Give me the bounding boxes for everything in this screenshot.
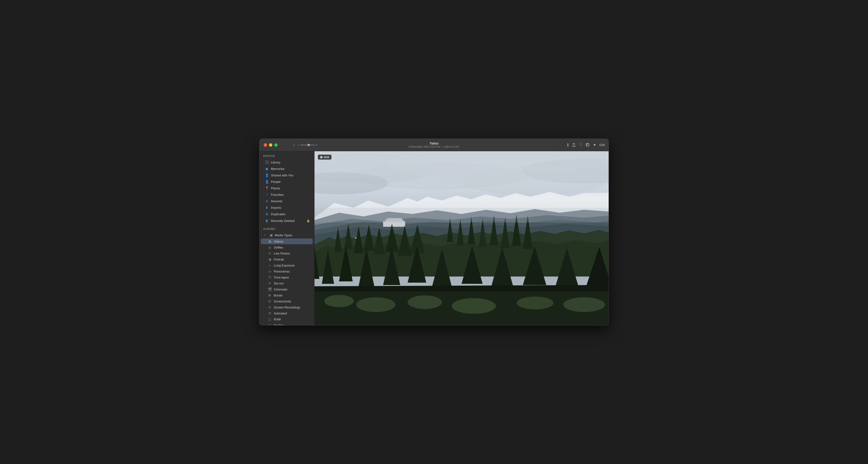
content-area: Photos ⬛ Library ◉ Memories 👤 Shared wit… [259, 151, 609, 325]
duplicate-icon[interactable] [586, 143, 590, 147]
sidebar-item-long-exposure[interactable]: ⌁ Long Exposure [261, 262, 313, 268]
sidebar-item-places[interactable]: 📍 Places [261, 185, 313, 191]
media-types-label: Media Types [275, 233, 292, 237]
recently-deleted-label: Recently Deleted [271, 219, 294, 223]
imports-icon: ⬇ [265, 206, 269, 209]
sidebar-item-bursts[interactable]: ⊕ Bursts [261, 292, 313, 298]
sidebar-item-panoramas[interactable]: ▭ Panoramas [261, 268, 313, 274]
sidebar-item-animated[interactable]: ⟲ Animated [261, 310, 313, 316]
media-types-row[interactable]: ▾ ▣ Media Types [261, 232, 313, 238]
svg-point-55 [563, 297, 605, 312]
favorites-icon: ♡ [265, 193, 269, 197]
titlebar-center: Tbilisi 4 December 2022 16:57:54 · 1,180… [409, 142, 460, 148]
sidebar-item-recents[interactable]: ⊙ Recents [261, 198, 313, 204]
sidebar-item-duplicates[interactable]: ⧉ Duplicates [261, 211, 313, 218]
bursts-label: Bursts [274, 294, 283, 297]
screen-recordings-icon: ⊙ [268, 305, 272, 309]
portrait-label: Portrait [274, 258, 284, 261]
sidebar-item-library[interactable]: ⬛ Library [261, 159, 313, 165]
back-button[interactable]: ‹ [292, 142, 296, 148]
svg-point-53 [452, 298, 496, 314]
svg-point-50 [324, 295, 354, 307]
sidebar-item-screen-recordings[interactable]: ⊙ Screen Recordings [261, 304, 313, 310]
hdr-tv-icon: ▣ [320, 155, 322, 159]
albums-section-label: Albums [259, 224, 314, 232]
sidebar-item-favorites[interactable]: ♡ Favorites [261, 192, 313, 198]
edit-button[interactable]: Edit [599, 143, 605, 147]
cinematic-label: Cinematic [274, 288, 288, 291]
svg-rect-57 [314, 208, 609, 223]
sidebar-item-videos[interactable]: ▣ Videos [261, 238, 313, 244]
sidebar-item-portrait[interactable]: ◑ Portrait [261, 256, 313, 262]
sidebar-item-recently-deleted[interactable]: 🗑 Recently Deleted 🔒 [261, 218, 313, 224]
videos-icon: ▣ [268, 239, 272, 243]
imports-label: Imports [271, 206, 281, 209]
minimize-button[interactable] [269, 143, 272, 147]
magic-wand-icon[interactable]: ✦ [593, 143, 596, 147]
landscape-photo [314, 151, 609, 325]
pro-res-icon: ◻ [268, 323, 272, 325]
live-photos-icon: ⊙ [268, 252, 272, 255]
slo-mo-label: Slo-mo [274, 282, 284, 285]
svg-point-51 [356, 297, 396, 312]
chevron-icon: ▾ [264, 234, 268, 237]
recents-icon: ⊙ [265, 199, 269, 203]
info-icon[interactable]: ℹ [567, 143, 568, 147]
animated-icon: ⟲ [268, 311, 272, 315]
places-icon: 📍 [265, 186, 269, 190]
favorite-icon[interactable]: ♡ [579, 143, 583, 147]
time-lapse-label: Time-lapse [274, 276, 289, 279]
sidebar-item-cinematic[interactable]: 🎬 Cinematic [261, 286, 313, 292]
titlebar-actions: ℹ ♡ ✦ Edit [567, 143, 609, 147]
nav-controls: ‹ − + [278, 142, 318, 148]
sidebar-item-raw[interactable]: ◻ RAW [261, 316, 313, 322]
photo-view: ▣ HDR [314, 151, 609, 325]
titlebar: ‹ − + Tbilisi 4 December 2022 16:57:54 ·… [259, 139, 609, 151]
sidebar-item-selfies[interactable]: ◎ Selfies [261, 244, 313, 250]
memories-icon: ◉ [265, 167, 269, 171]
live-photos-label: Live Photos [274, 252, 290, 255]
zoom-control: − + [298, 143, 317, 147]
raw-label: RAW [274, 318, 281, 321]
sidebar-item-slo-mo[interactable]: ✶ Slo-mo [261, 281, 313, 286]
shared-with-you-label: Shared with You [271, 174, 293, 177]
animated-label: Animated [274, 312, 287, 315]
svg-rect-56 [314, 151, 609, 198]
library-icon: ⬛ [265, 160, 269, 164]
slo-mo-icon: ✶ [268, 281, 272, 285]
sidebar-item-live-photos[interactable]: ⊙ Live Photos [261, 251, 313, 256]
zoom-slider[interactable] [300, 145, 315, 145]
sidebar-item-pro-res[interactable]: ◻ ProRes [261, 322, 313, 325]
screen-recordings-label: Screen Recordings [274, 306, 300, 309]
raw-icon: ◻ [268, 317, 272, 321]
favorites-label: Favorites [271, 193, 284, 197]
photos-section-label: Photos [259, 151, 314, 159]
bursts-icon: ⊕ [268, 293, 272, 297]
maximize-button[interactable] [274, 143, 278, 147]
sidebar-item-shared-with-you[interactable]: 👤 Shared with You [261, 172, 313, 178]
cinematic-icon: 🎬 [268, 287, 272, 291]
shared-icon: 👤 [265, 173, 269, 177]
sidebar-item-memories[interactable]: ◉ Memories [261, 166, 313, 172]
close-button[interactable] [264, 143, 267, 147]
share-icon[interactable] [572, 143, 576, 147]
long-exposure-icon: ⌁ [268, 263, 272, 267]
main-content: ▣ HDR [314, 151, 609, 325]
lock-icon: 🔒 [307, 219, 310, 223]
zoom-thumb [308, 144, 310, 146]
sidebar-item-screenshots[interactable]: ⊡ Screenshots [261, 298, 313, 304]
people-label: People [271, 180, 280, 183]
panoramas-icon: ▭ [268, 269, 272, 273]
sidebar-item-imports[interactable]: ⬇ Imports [261, 204, 313, 211]
selfies-icon: ◎ [268, 245, 272, 249]
sidebar-item-time-lapse[interactable]: ⏱ Time-lapse [261, 274, 313, 280]
hdr-badge: ▣ HDR [318, 154, 332, 160]
selfies-label: Selfies [274, 246, 283, 249]
portrait-icon: ◑ [268, 257, 272, 261]
app-window: ‹ − + Tbilisi 4 December 2022 16:57:54 ·… [259, 139, 609, 325]
trash-icon: 🗑 [265, 219, 269, 223]
library-label: Library [271, 161, 280, 164]
sidebar-item-people[interactable]: 👤 People [261, 179, 313, 185]
svg-point-54 [517, 297, 554, 310]
pro-res-label: ProRes [274, 324, 284, 325]
